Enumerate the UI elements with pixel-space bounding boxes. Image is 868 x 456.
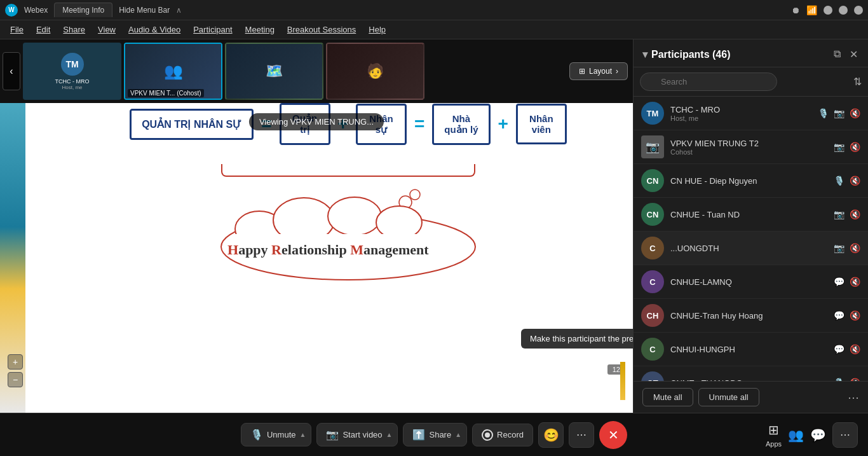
participant-item[interactable]: CT CNMT - THANGDQ 🎙️ 🔇 xyxy=(634,366,868,381)
zoom-out-button[interactable]: − xyxy=(8,372,23,387)
participant-item[interactable]: CN CNHUE - Tuan ND 📷 🔇 xyxy=(634,198,868,231)
participant-actions: 🎙️ 📷 🔇 xyxy=(818,108,860,118)
close-button[interactable]: ✕ xyxy=(854,6,863,15)
menu-view[interactable]: View xyxy=(93,22,121,37)
mic-off-icon[interactable]: 🎙️ xyxy=(818,108,829,118)
start-video-button[interactable]: 📷 Start video ▲ xyxy=(316,423,398,446)
menu-bar: File Edit Share View Audio & Video Parti… xyxy=(0,20,868,39)
main-content: ‹ TM TCHC - MRO Host, me 👥 VPKV MIEN T..… xyxy=(0,39,868,413)
thumbnail-video2[interactable]: 🗺️ xyxy=(225,43,323,100)
camera-icon[interactable]: 📷 xyxy=(834,243,844,253)
mic-icon[interactable]: 🎙️ xyxy=(834,378,844,381)
participant-item[interactable]: 📷 VPKV MIEN TRUNG T2 Cohost 📷 🔇 xyxy=(634,130,868,164)
participant-name: CNHUI-HUNGPH xyxy=(670,345,834,354)
mic-muted-icon[interactable]: 🔇 xyxy=(850,176,860,186)
pop-out-icon[interactable]: ⧉ xyxy=(832,47,842,62)
close-sidebar-icon[interactable]: ✕ xyxy=(848,47,859,62)
participant-item[interactable]: C CNHUI-HUNGPH 💬 🔇 xyxy=(634,333,868,366)
maximize-button[interactable]: □ xyxy=(839,6,848,15)
window-controls: ⏺ 📶 ─ □ ✕ xyxy=(791,5,863,15)
sort-icon[interactable]: ⇅ xyxy=(853,76,862,88)
menu-share[interactable]: Share xyxy=(58,22,90,37)
chat-icon[interactable]: 💬 xyxy=(834,277,844,287)
sidebar-footer: Mute all Unmute all ⋯ xyxy=(634,381,868,413)
thumbnail-vpkv[interactable]: 👥 VPKV MIEN T... (Cohost) xyxy=(124,43,222,100)
mic-muted-icon[interactable]: 🔇 xyxy=(850,378,860,381)
mute-all-button[interactable]: Mute all xyxy=(642,388,693,406)
mic-icon[interactable]: 🎙️ xyxy=(834,176,844,186)
bracket-line xyxy=(221,164,475,177)
camera-icon[interactable]: 📷 xyxy=(834,142,844,152)
title-bar: W Webex Meeting Info Hide Menu Bar ∧ ⏺ 📶… xyxy=(0,0,868,20)
avatar: CT xyxy=(641,371,664,381)
participant-name: TCHC - MRO xyxy=(670,105,818,114)
thumbnail-video3[interactable]: 🧑 xyxy=(326,43,424,100)
more-options-button[interactable]: ⋯ xyxy=(569,422,594,448)
participant-item[interactable]: CN CN HUE - Diep Nguyen 🎙️ 🔇 xyxy=(634,164,868,198)
mic-muted-icon[interactable]: 🔇 xyxy=(850,108,860,118)
minimize-button[interactable]: ─ xyxy=(824,6,832,15)
mic-muted-icon[interactable]: 🔇 xyxy=(850,243,860,253)
prev-thumb-nav[interactable]: ‹ xyxy=(3,52,20,90)
chat-icon[interactable]: 💬 xyxy=(834,344,844,354)
participant-item[interactable]: C ...UONGDTH 📷 🔇 xyxy=(634,231,868,265)
chat-button[interactable]: 💬 xyxy=(810,427,826,443)
share-button[interactable]: ⬆️ Share ▲ xyxy=(403,423,467,446)
title-bar-left: W Webex Meeting Info Hide Menu Bar ∧ xyxy=(5,3,783,17)
participant-name: CN HUE - Diep Nguyen xyxy=(670,176,834,186)
participant-item[interactable]: TM TCHC - MRO Host, me 🎙️ 📷 🔇 xyxy=(634,97,868,130)
mic-muted-icon[interactable]: 🔇 xyxy=(850,310,860,321)
menu-breakout[interactable]: Breakout Sessions xyxy=(282,22,361,37)
participants-button[interactable]: 👥 xyxy=(788,427,804,443)
video-icon: 📷 xyxy=(326,429,339,441)
bottom-toolbar: 🎙️ Unmute ▲ 📷 Start video ▲ ⬆️ Share ▲ R… xyxy=(0,413,868,456)
tooltip-popup: Make this participant the presenter. xyxy=(521,329,633,349)
camera-icon[interactable]: 📷 xyxy=(834,209,844,219)
mic-muted-icon[interactable]: 🔇 xyxy=(850,344,860,354)
zoom-in-button[interactable]: + xyxy=(8,354,23,370)
unmute-button[interactable]: 🎙️ Unmute ▲ xyxy=(241,423,311,446)
record-button[interactable]: Record xyxy=(472,424,533,446)
record-dot-icon xyxy=(485,432,490,438)
end-call-button[interactable]: ✕ xyxy=(599,421,627,449)
chat-icon[interactable]: 💬 xyxy=(834,310,844,321)
menu-edit[interactable]: Edit xyxy=(31,22,55,37)
search-input[interactable] xyxy=(640,73,777,91)
toolbar-right: ⊞ Apps 👥 💬 ⋯ xyxy=(766,422,858,448)
toolbar-more-button[interactable]: ⋯ xyxy=(832,422,858,448)
menu-meeting[interactable]: Meeting xyxy=(240,22,280,37)
participant-actions: 💬 🔇 xyxy=(834,310,860,321)
thumbnail-self[interactable]: TM TCHC - MRO Host, me xyxy=(23,43,121,100)
camera-icon[interactable]: 📷 xyxy=(834,108,844,118)
participant-item[interactable]: C CNHUE-LAMNQ 💬 🔇 xyxy=(634,265,868,299)
layout-icon: ⊞ xyxy=(579,67,585,76)
participant-info: CNHUE - Tuan ND xyxy=(670,210,834,219)
apps-button[interactable]: ⊞ Apps xyxy=(766,422,782,448)
layout-button[interactable]: ⊞ Layout › xyxy=(569,62,628,80)
participant-actions: 🎙️ 🔇 xyxy=(834,378,860,381)
participants-icon: 👥 xyxy=(788,427,804,443)
participant-actions: 📷 🔇 xyxy=(834,142,860,152)
menu-audio-video[interactable]: Audio & Video xyxy=(123,22,186,37)
chevron-down-icon: ▾ xyxy=(642,48,648,60)
mic-muted-icon[interactable]: 🔇 xyxy=(850,142,860,152)
mic-muted-icon[interactable]: 🔇 xyxy=(850,277,860,287)
unmute-caret-icon: ▲ xyxy=(300,431,306,438)
mic-muted-icon[interactable]: 🔇 xyxy=(850,209,860,219)
menu-file[interactable]: File xyxy=(5,22,29,37)
participant-name: VPKV MIEN TRUNG T2 xyxy=(670,139,834,148)
presentation-area: Viewing VPKV MIEN TRUNG... + − QUẢN TRỊ … xyxy=(0,103,633,413)
hide-menu-bar[interactable]: Hide Menu Bar xyxy=(119,6,170,15)
more-options-icon[interactable]: ⋯ xyxy=(848,390,859,404)
participant-name: ...UONGDTH xyxy=(670,244,834,253)
menu-participant[interactable]: Participant xyxy=(188,22,237,37)
thumb-vpkv-label: VPKV MIEN T... (Cohost) xyxy=(128,89,204,97)
emoji-button[interactable]: 😊 xyxy=(538,422,564,448)
avatar: C xyxy=(641,338,664,361)
meeting-info-tab[interactable]: Meeting Info xyxy=(54,3,112,17)
participant-name: CNHUE-Tran Huy Hoang xyxy=(670,311,834,321)
participant-item[interactable]: CH CNHUE-Tran Huy Hoang 💬 🔇 xyxy=(634,299,868,333)
formula-equals-2: = xyxy=(414,114,424,134)
menu-help[interactable]: Help xyxy=(363,22,391,37)
unmute-all-button[interactable]: Unmute all xyxy=(698,388,759,406)
